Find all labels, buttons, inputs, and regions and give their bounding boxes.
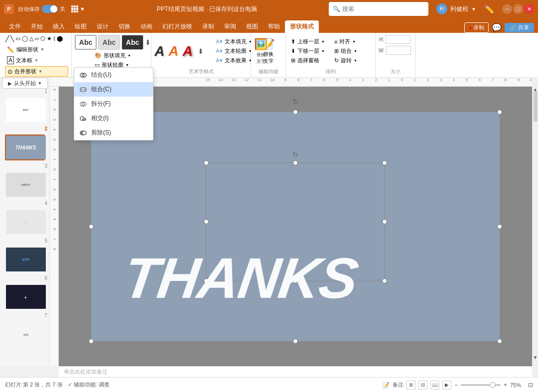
send-backward-button[interactable]: ⬇ 下移一层 ▼ (289, 47, 327, 55)
shape-cell[interactable]: △ (29, 35, 34, 43)
shape-cell[interactable]: ◯ (21, 35, 28, 43)
accessibility-status[interactable]: ✓ 辅助功能: 调查 (68, 381, 110, 389)
shape-cell[interactable]: ⟨ (53, 35, 56, 43)
tab-view[interactable]: 视图 (241, 20, 263, 33)
slide-sorter-button[interactable]: ⊟ (418, 381, 427, 390)
handle-tm[interactable] (293, 110, 298, 115)
inner-handle-mr[interactable] (382, 219, 387, 224)
inner-handle-tm[interactable] (293, 160, 298, 165)
grid-view-icon[interactable] (71, 5, 78, 12)
scroll-up-btn[interactable]: ▲ (533, 87, 538, 92)
text-fill-button[interactable]: A▾ 文本填充 ▼ (214, 37, 254, 46)
tab-home[interactable]: 开始 (26, 20, 48, 33)
reading-view-button[interactable]: 📖 (430, 381, 439, 390)
inner-handle-tl[interactable] (204, 160, 209, 165)
user-dropdown-icon[interactable]: ▼ (471, 6, 476, 12)
notes-icon[interactable]: 📝 (382, 382, 390, 389)
slideshow-button[interactable]: ▶ (442, 381, 451, 390)
comment-icon[interactable]: 💬 (492, 23, 502, 32)
slide-thumb-2[interactable]: THANKS (5, 134, 45, 160)
text-effect-button[interactable]: A▾ 文本效果 ▼ (214, 56, 254, 65)
record-button[interactable]: ● 录制 (464, 22, 489, 33)
merge-intersect[interactable]: 相交(I) (74, 111, 153, 126)
zoom-in-icon[interactable]: + (504, 382, 507, 389)
rotate-button[interactable]: ↻ 旋转 ▼ (332, 56, 359, 65)
tab-animations[interactable]: 动画 (135, 20, 157, 33)
tab-file[interactable]: 文件 (4, 20, 26, 33)
shape-style-3[interactable]: Abc (122, 35, 143, 50)
align-button[interactable]: ≡ 对齐 ▼ (332, 37, 359, 46)
from-start-button[interactable]: ▶ 从头开始 ▼ (2, 78, 48, 89)
inner-handle-tr[interactable] (382, 160, 387, 165)
merge-fragment[interactable]: 拆分(F) (74, 97, 153, 111)
merge-shapes-button[interactable]: ⊙ 合并形状 ▼ (5, 66, 68, 77)
bring-forward-button[interactable]: ⬆ 上移一层 ▼ (289, 37, 327, 46)
merge-union[interactable]: 结合(U) (74, 68, 153, 82)
tab-slideshow[interactable]: 幻灯片放映 (157, 20, 197, 33)
minimize-button[interactable]: ─ (502, 4, 512, 14)
slide-thumb-3[interactable]: HMTH (5, 172, 45, 198)
merge-combine[interactable]: 组合(C) (74, 82, 153, 97)
width-input[interactable] (386, 46, 411, 55)
shape-style-1[interactable]: Abc (75, 35, 97, 50)
handle-bl[interactable] (89, 339, 94, 344)
normal-view-button[interactable]: ⊞ (406, 381, 415, 390)
art-text-sample-1[interactable]: A (154, 43, 164, 59)
tab-transitions[interactable]: 切换 (114, 20, 135, 33)
handle-br[interactable] (497, 339, 502, 344)
text-outline-button[interactable]: A▾ 文本轮廓 ▼ (214, 47, 254, 55)
shape-fill-button[interactable]: 🎨 形状填充 ▼ (93, 51, 133, 60)
tab-record[interactable]: 录制 (197, 20, 219, 33)
handle-mr[interactable] (497, 224, 502, 229)
select-pane-button[interactable]: ⊞ 选择窗格 (289, 56, 327, 65)
slide-thumb-7[interactable]: ⊞⊞ (5, 321, 45, 347)
scroll-thumb-v[interactable] (534, 92, 538, 122)
inner-rotation-handle[interactable]: ↻ (292, 150, 298, 158)
tab-review[interactable]: 审阅 (219, 20, 241, 33)
height-input[interactable] (386, 35, 410, 44)
shape-cell[interactable]: ★ (46, 35, 52, 43)
slide-canvas[interactable]: ↻ ↻ THANKS (91, 112, 500, 341)
shape-style-2[interactable]: Abc (98, 35, 120, 50)
edit-shapes-button[interactable]: ✏️ 编辑形状 ▼ (5, 45, 68, 54)
shape-cell[interactable]: ╲ (10, 35, 14, 43)
zoom-thumb[interactable] (490, 382, 496, 388)
shape-cell[interactable]: ▱ (34, 35, 39, 43)
pen-icon[interactable]: ✏️ (484, 4, 494, 14)
accessibility-button[interactable]: 🖼️ 替换文字 (254, 38, 268, 65)
slide-thumb-5[interactable]: STP (5, 247, 45, 272)
art-text-more-icon[interactable]: ⬇ (198, 47, 204, 55)
zoom-level[interactable]: 75% (510, 382, 525, 388)
handle-tr[interactable] (497, 110, 502, 115)
search-bar[interactable]: 🔍 (329, 2, 428, 16)
shape-cell[interactable]: ▭ (15, 35, 21, 43)
text-box-button[interactable]: A 文本框 ▼ (5, 55, 68, 65)
style-more-icon[interactable]: ⬇ (145, 38, 151, 46)
zoom-slider[interactable] (461, 384, 501, 386)
slide-thumb-6[interactable]: ◈ (5, 284, 45, 310)
fit-slide-icon[interactable]: ⊡ (528, 382, 533, 389)
tab-insert[interactable]: 插入 (48, 20, 70, 33)
close-button[interactable]: ✕ (524, 4, 534, 14)
slide-thumb-1[interactable]: PPT (5, 97, 45, 123)
share-button[interactable]: 🔗 共享 (505, 23, 534, 32)
scrollbar-vertical[interactable]: ▼ ▲ (532, 87, 538, 366)
scroll-down-btn[interactable]: ▼ (533, 355, 538, 360)
tab-design[interactable]: 设计 (92, 20, 114, 33)
restore-button[interactable]: □ (513, 4, 523, 14)
search-input[interactable] (342, 5, 417, 12)
tab-draw[interactable]: 绘图 (70, 20, 92, 33)
shape-cell[interactable]: ⬠ (40, 35, 46, 43)
slide-thumb-4[interactable]: ··· (5, 209, 45, 235)
notes-bar[interactable]: 单击此处添加备注 (59, 366, 532, 377)
handle-bm[interactable] (293, 339, 298, 344)
shape-cell[interactable]: ⬤ (56, 35, 63, 43)
handle-ml[interactable] (89, 224, 94, 229)
auto-save-toggle[interactable] (42, 5, 58, 13)
notes-label[interactable]: 备注 (393, 381, 404, 389)
inner-handle-ml[interactable] (204, 219, 209, 224)
zoom-out-icon[interactable]: − (454, 382, 458, 389)
inner-handle-br[interactable] (382, 278, 387, 283)
art-text-sample-2[interactable]: A (168, 43, 178, 59)
tab-shape-format[interactable]: 形状格式 (285, 20, 319, 33)
